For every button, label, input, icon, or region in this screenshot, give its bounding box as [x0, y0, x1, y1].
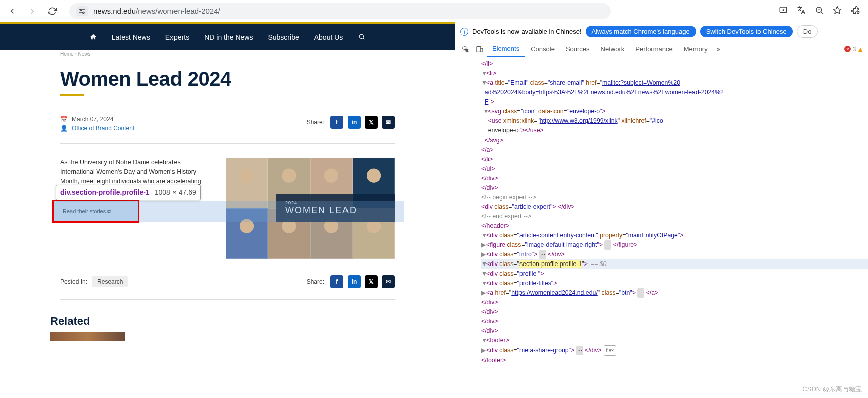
- external-link-icon: ⧉: [107, 208, 111, 214]
- dom-line[interactable]: ▼<div class="profile ">: [481, 269, 868, 279]
- devtools-panel: i DevTools is now available in Chinese! …: [455, 22, 868, 398]
- zoom-icon[interactable]: [815, 6, 824, 17]
- dom-line[interactable]: ▶<div class="meta-share-group"> ⋯ </div>…: [481, 345, 868, 356]
- warning-icon[interactable]: ▲: [857, 45, 864, 53]
- dom-line[interactable]: <!-- end expert -->: [481, 212, 868, 221]
- nav-home[interactable]: [90, 33, 97, 42]
- pill-switch-language[interactable]: Switch DevTools to Chinese: [700, 26, 793, 37]
- site-settings-icon[interactable]: [76, 6, 88, 16]
- device-icon[interactable]: [473, 43, 486, 56]
- dom-tree[interactable]: </li>▼<li>▼<a title="Email" class="share…: [455, 57, 868, 398]
- reload-button[interactable]: [45, 4, 59, 18]
- tab-console[interactable]: Console: [526, 41, 560, 57]
- nav-item[interactable]: Subscribe: [268, 33, 299, 41]
- article-meta: 📅March 07, 2024 👤Office of Brand Content: [60, 116, 134, 134]
- tab-memory[interactable]: Memory: [679, 41, 713, 57]
- dom-line[interactable]: envelope-o"></use>: [481, 126, 868, 136]
- back-button[interactable]: [5, 4, 19, 18]
- translate-icon[interactable]: [797, 6, 806, 17]
- forward-button[interactable]: [25, 4, 39, 18]
- bookmark-icon[interactable]: [833, 6, 842, 17]
- dom-line[interactable]: </div>: [481, 183, 868, 193]
- dom-line[interactable]: </svg>: [481, 136, 868, 145]
- svg-line-10: [363, 38, 365, 39]
- devtools-tabs: Elements Console Sources Network Perform…: [455, 41, 868, 57]
- dom-line[interactable]: F">: [481, 97, 868, 107]
- browser-toolbar: news.nd.edu/news/women-lead-2024/: [0, 0, 868, 22]
- related-thumb[interactable]: [50, 332, 125, 341]
- more-tabs-icon[interactable]: »: [714, 45, 723, 53]
- dom-line[interactable]: <use xmlns:xlink="http://www.w3.org/1999…: [481, 116, 868, 126]
- tag-research[interactable]: Research: [92, 276, 128, 287]
- inspector-tooltip: div.section-profile.profile-1 1008 × 47.…: [56, 185, 201, 200]
- dom-line[interactable]: </li>: [481, 59, 868, 69]
- calendar-icon: 📅: [60, 116, 68, 123]
- dom-line[interactable]: </li>: [481, 155, 868, 164]
- pill-dont[interactable]: Do: [797, 25, 818, 38]
- rendered-page: Latest News Experts ND in the News Subsc…: [0, 22, 455, 398]
- dom-line[interactable]: </div>: [481, 174, 868, 183]
- nav-item[interactable]: About Us: [314, 33, 343, 41]
- pill-match-language[interactable]: Always match Chrome's language: [586, 26, 696, 37]
- share-x[interactable]: 𝕏: [365, 116, 378, 129]
- tab-performance[interactable]: Performance: [630, 41, 677, 57]
- svg-line-6: [821, 12, 823, 14]
- share-email[interactable]: ✉: [382, 116, 395, 129]
- watermark: CSDN @东离与糖宝: [802, 385, 862, 394]
- dom-line[interactable]: ▼<li>: [481, 69, 868, 78]
- inspect-highlight: Read their stories ⧉: [52, 200, 139, 223]
- error-badge[interactable]: ✕3: [844, 46, 856, 53]
- nav-item[interactable]: Latest News: [112, 33, 150, 41]
- devtools-infobar: i DevTools is now available in Chinese! …: [455, 22, 868, 41]
- share-linkedin[interactable]: in: [348, 116, 361, 129]
- title-underline: [60, 94, 84, 96]
- nav-item[interactable]: Experts: [165, 33, 189, 41]
- share-group: Share: f in 𝕏 ✉: [307, 116, 395, 129]
- author-icon: 👤: [60, 125, 68, 132]
- share-label: Share:: [307, 278, 324, 285]
- breadcrumb[interactable]: Home › News: [0, 50, 455, 57]
- dom-line[interactable]: ▼<a title="Email" class="share-email" hr…: [481, 78, 868, 88]
- dom-line[interactable]: ▼<div class="profile-titles">: [481, 279, 868, 288]
- dom-line[interactable]: ad%202024&body=https%3A%2F%2Fnews.nd.edu…: [481, 88, 868, 97]
- dom-line[interactable]: ▶<div class="intro"> ⋯ </div>: [481, 250, 868, 259]
- nav-item[interactable]: ND in the News: [204, 33, 253, 41]
- dom-line[interactable]: </footer>: [481, 356, 868, 365]
- dom-line[interactable]: </a>: [481, 145, 868, 155]
- inspect-icon[interactable]: [459, 43, 472, 56]
- dom-line[interactable]: ▶<figure class="image-default image-righ…: [481, 240, 868, 250]
- share-facebook[interactable]: f: [330, 275, 343, 288]
- dom-line[interactable]: </div>: [481, 326, 868, 336]
- url-text: news.nd.edu/news/women-lead-2024/: [93, 7, 220, 15]
- dom-line[interactable]: <!-- begin expert -->: [481, 193, 868, 202]
- share-x[interactable]: 𝕏: [365, 275, 378, 288]
- article-author[interactable]: Office of Brand Content: [72, 125, 134, 132]
- dom-line[interactable]: </ul>: [481, 164, 868, 174]
- dom-line[interactable]: <div class="article-expert"> </div>: [481, 202, 868, 212]
- dom-line[interactable]: </div>: [481, 298, 868, 307]
- related-heading: Related: [50, 315, 395, 328]
- dom-line[interactable]: ⋯▼<div class="section-profile profile-1"…: [481, 259, 868, 269]
- address-bar[interactable]: news.nd.edu/news/women-lead-2024/: [69, 3, 611, 19]
- search-icon[interactable]: [358, 33, 365, 42]
- dom-line[interactable]: ▶<a href="https://womenlead2024.nd.edu/"…: [481, 288, 868, 298]
- tab-elements[interactable]: Elements: [487, 41, 525, 57]
- site-nav: Latest News Experts ND in the News Subsc…: [0, 24, 455, 50]
- tab-sources[interactable]: Sources: [561, 41, 595, 57]
- svg-marker-8: [834, 6, 841, 13]
- dom-line[interactable]: ▼<svg class="icon" data-icon="envelope-o…: [481, 107, 868, 116]
- tab-network[interactable]: Network: [596, 41, 630, 57]
- dom-line[interactable]: ▼<footer>: [481, 336, 868, 345]
- share-group-footer: Share: f in 𝕏 ✉: [307, 275, 395, 288]
- share-linkedin[interactable]: in: [348, 275, 361, 288]
- dom-line[interactable]: ▼<div class="article-content entry-conte…: [481, 231, 868, 240]
- extensions-icon[interactable]: [851, 6, 860, 17]
- share-facebook[interactable]: f: [330, 116, 343, 129]
- dom-line[interactable]: </header>: [481, 221, 868, 231]
- install-icon[interactable]: [779, 6, 788, 17]
- share-email[interactable]: ✉: [382, 275, 395, 288]
- page-title: Women Lead 2024: [60, 68, 395, 90]
- dom-line[interactable]: </div>: [481, 317, 868, 326]
- dom-line[interactable]: </div>: [481, 307, 868, 317]
- svg-point-3: [83, 12, 84, 13]
